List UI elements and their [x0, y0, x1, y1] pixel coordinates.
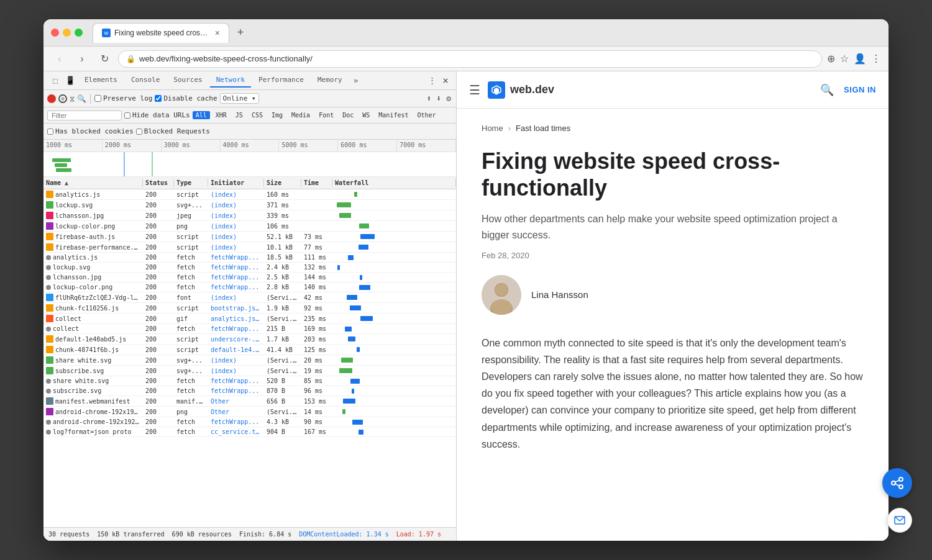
cast-icon[interactable]: ⊕	[827, 53, 835, 65]
hide-data-urls-checkbox[interactable]: Hide data URLs	[124, 111, 190, 119]
table-row[interactable]: lockup.svg 200 fetch fetchWrapp... 2.4 k…	[43, 263, 456, 273]
table-row[interactable]: analytics.js 200 fetch fetchWrapp... 18.…	[43, 253, 456, 263]
col-name[interactable]: Name ▲	[43, 179, 143, 187]
filter-manifest[interactable]: Manifest	[375, 111, 411, 119]
filter-media[interactable]: Media	[288, 111, 313, 119]
preserve-log-checkbox[interactable]: Preserve log	[94, 94, 152, 102]
cell-waterfall	[332, 315, 456, 322]
cell-type: svg+...	[174, 201, 208, 210]
blocked-requests-checkbox[interactable]: Blocked Requests	[136, 127, 210, 135]
clear-button[interactable]: ⊘	[58, 94, 67, 103]
filter-icon[interactable]: ⧖	[70, 94, 75, 103]
menu-icon[interactable]: ⋮	[871, 53, 881, 65]
cell-initiator: (index)	[208, 190, 264, 199]
table-row[interactable]: subscribe.svg 200 fetch fetchWrapp... 87…	[43, 386, 456, 396]
table-row[interactable]: android-chrome-192x192... 200 fetch fetc…	[43, 417, 456, 427]
profile-icon[interactable]: 👤	[854, 53, 866, 65]
filter-js[interactable]: JS	[232, 111, 246, 119]
table-row[interactable]: firebase-auth.js 200 script (index) 52.1…	[43, 232, 456, 242]
filter-ws[interactable]: WS	[359, 111, 373, 119]
filter-all[interactable]: All	[193, 111, 210, 119]
filter-img[interactable]: Img	[268, 111, 286, 119]
col-status[interactable]: Status	[143, 179, 174, 187]
cell-type: manif...	[174, 397, 208, 406]
search-icon[interactable]: 🔍	[820, 83, 834, 97]
col-waterfall[interactable]: Waterfall	[332, 179, 456, 187]
table-row[interactable]: lockup-color.png 200 fetch fetchWrapp...…	[43, 282, 456, 292]
settings-icon[interactable]: ⚙	[445, 93, 452, 104]
minimize-button[interactable]	[63, 29, 71, 37]
table-row[interactable]: analytics.js 200 script (index) 160 ms	[43, 189, 456, 200]
active-tab[interactable]: w Fixing website speed cross-fu... ×	[93, 23, 229, 43]
table-row[interactable]: firebase-performance.js 200 script (inde…	[43, 242, 456, 253]
device-toolbar-icon[interactable]: 📱	[63, 74, 77, 88]
timeline-chart	[43, 152, 456, 177]
filter-other[interactable]: Other	[414, 111, 439, 119]
forward-button[interactable]: ›	[73, 50, 91, 68]
filter-xhr[interactable]: XHR	[212, 111, 230, 119]
back-button[interactable]: ‹	[51, 50, 68, 68]
address-bar[interactable]: 🔒 web.dev/fixing-website-speed-cross-fun…	[118, 50, 822, 68]
search-icon[interactable]: 🔍	[77, 94, 86, 103]
sign-in-button[interactable]: SIGN IN	[844, 85, 876, 94]
tab-performance[interactable]: Performance	[252, 73, 310, 88]
mail-fab-button[interactable]	[887, 508, 889, 533]
table-row[interactable]: share_white.svg 200 fetch fetchWrapp... …	[43, 376, 456, 386]
table-row[interactable]: lockup.svg 200 svg+... (index) 371 ms	[43, 200, 456, 210]
maximize-button[interactable]	[75, 29, 83, 37]
table-row[interactable]: default-1e40abd5.js 200 script underscor…	[43, 334, 456, 345]
hide-data-urls-input[interactable]	[124, 112, 130, 119]
more-tabs-button[interactable]: »	[350, 73, 362, 88]
table-row[interactable]: share_white.svg 200 svg+... (index) (Ser…	[43, 355, 456, 366]
table-row[interactable]: manifest.webmanifest 200 manif... Other …	[43, 396, 456, 407]
breadcrumb-home[interactable]: Home	[482, 124, 503, 133]
tab-elements[interactable]: Elements	[78, 73, 124, 88]
throttling-dropdown[interactable]: Online ▾	[220, 93, 259, 104]
hamburger-menu-icon[interactable]: ☰	[469, 83, 480, 97]
col-type[interactable]: Type	[174, 179, 208, 187]
cell-type: script	[174, 335, 208, 344]
requests-count: 30 requests	[48, 531, 89, 538]
close-button[interactable]	[51, 29, 59, 37]
filter-css[interactable]: CSS	[249, 111, 266, 119]
col-size[interactable]: Size	[264, 179, 301, 187]
refresh-button[interactable]: ↻	[96, 50, 113, 68]
preserve-log-input[interactable]	[94, 95, 101, 102]
devtools-close-button[interactable]: ×	[440, 72, 451, 89]
table-row[interactable]: chunk-48741f6b.js 200 script default-1e4…	[43, 345, 456, 355]
new-tab-button[interactable]: +	[232, 24, 249, 42]
inspect-element-icon[interactable]: ⬚	[48, 74, 62, 88]
site-logo[interactable]: web.dev	[488, 81, 554, 99]
table-row[interactable]: log?format=json_proto 200 fetch cc_servi…	[43, 427, 456, 437]
tab-close-button[interactable]: ×	[215, 29, 220, 37]
export-icon[interactable]: ⬇	[435, 93, 442, 104]
filter-font[interactable]: Font	[316, 111, 337, 119]
disable-cache-checkbox[interactable]: Disable cache	[155, 94, 217, 102]
disable-cache-input[interactable]	[155, 95, 162, 102]
devtools-menu-icon[interactable]: ⋮	[425, 74, 439, 88]
table-row[interactable]: collect 200 gif analytics.js:36 (Servi..…	[43, 314, 456, 324]
bookmark-icon[interactable]: ☆	[840, 53, 849, 65]
import-icon[interactable]: ⬆	[426, 93, 433, 104]
tab-console[interactable]: Console	[125, 73, 166, 88]
table-row[interactable]: flUhRq6tzZclQEJ-Vdg-lui... 200 font (ind…	[43, 292, 456, 303]
cell-type: script	[174, 243, 208, 252]
share-fab-button[interactable]	[882, 468, 889, 498]
cell-name: flUhRq6tzZclQEJ-Vdg-lui...	[43, 292, 143, 302]
table-row[interactable]: chunk-fc110256.js 200 script bootstrap.j…	[43, 303, 456, 314]
col-initiator[interactable]: Initiator	[208, 179, 264, 187]
table-row[interactable]: lchansson.jpg 200 fetch fetchWrapp... 2.…	[43, 273, 456, 282]
blocked-cookies-checkbox[interactable]: Has blocked cookies	[47, 127, 134, 135]
table-row[interactable]: lchansson.jpg 200 jpeg (index) 339 ms	[43, 210, 456, 221]
record-button[interactable]	[47, 94, 56, 103]
filter-input[interactable]	[47, 111, 122, 120]
filter-doc[interactable]: Doc	[339, 111, 357, 119]
tab-network[interactable]: Network	[210, 73, 251, 88]
table-row[interactable]: lockup-color.png 200 png (index) 106 ms	[43, 221, 456, 232]
table-row[interactable]: collect 200 fetch fetchWrapp... 215 B 16…	[43, 324, 456, 334]
table-row[interactable]: android-chrome-192x192... 200 png Other …	[43, 407, 456, 417]
tab-sources[interactable]: Sources	[167, 73, 208, 88]
table-row[interactable]: subscribe.svg 200 svg+... (index) (Servi…	[43, 366, 456, 376]
tab-memory[interactable]: Memory	[311, 73, 349, 88]
col-time[interactable]: Time	[301, 179, 332, 187]
